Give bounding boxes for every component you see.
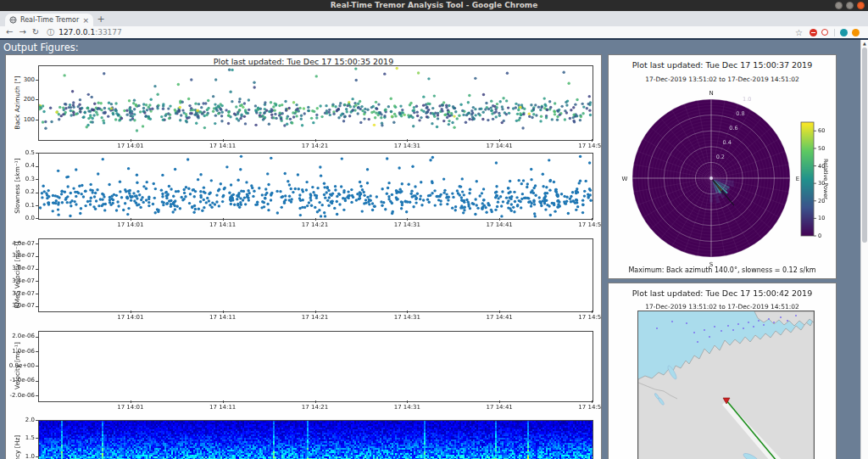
new-tab-button[interactable]: + <box>95 14 107 25</box>
spectrogram-canvas <box>38 420 593 459</box>
scrollbar-thumb[interactable] <box>862 48 867 243</box>
y-tick-label: 3.2e-07 <box>12 290 35 297</box>
x-tick-label: 17 14:41 <box>474 404 525 411</box>
map-subtitle: 17-Dec-2019 13:51:02 to 17-Dec-2019 14:5… <box>609 303 836 311</box>
y-tick-label: 3.0e-07 <box>12 302 35 309</box>
y-tick-label: 0.3 <box>25 176 35 182</box>
y-tick-label: -2.0e-06 <box>10 392 35 399</box>
map-panel: Plot last updated: Tue Dec 17 15:00:42 2… <box>608 283 837 459</box>
fk-polar-canvas <box>609 87 836 272</box>
x-tick-label: 17 14:11 <box>198 143 248 149</box>
fk-polar-panel: Plot last updated: Tue Dec 17 15:00:37 2… <box>608 54 837 279</box>
maximize-button[interactable] <box>846 2 854 9</box>
rms-velocity-subplot: RMeS Velocity [ms⁻¹] 4.0e-073.8e-073.6e-… <box>6 238 601 327</box>
scroll-up-arrow-icon[interactable]: ▲ <box>861 41 868 46</box>
url-host: 127.0.0.1 <box>58 28 95 36</box>
y-tick-label: 1.5 <box>25 434 35 441</box>
url-port: :33177 <box>95 28 122 36</box>
tab-title: Real-Time Tremor Analysi <box>20 16 81 24</box>
back-azimuth-yticks: 100200300 <box>8 65 36 139</box>
time-axis-ticks: 17 14:0117 14:1117 14:2117 14:3117 14:41… <box>6 314 601 322</box>
y-tick-label: 3.8e-07 <box>12 252 35 259</box>
map-canvas <box>637 311 815 459</box>
y-tick-label: 100 <box>24 116 35 123</box>
rms-velocity-plot-canvas <box>38 238 593 312</box>
y-tick-label: 1.0 <box>25 453 35 459</box>
x-tick-label: 17 14:11 <box>198 314 248 321</box>
spectrogram-yticks: 2.01.51.0 <box>8 420 36 459</box>
x-tick-label: 17 14:31 <box>381 143 432 149</box>
extension-icon-3[interactable] <box>840 29 848 36</box>
x-tick-label: 17 14:11 <box>198 404 248 411</box>
x-tick-label: 17 14:41 <box>474 221 525 228</box>
globe-favicon-icon <box>9 16 17 24</box>
x-tick-label: 17 14:21 <box>290 143 341 149</box>
close-button[interactable] <box>857 2 865 9</box>
x-tick-label: 17 14:31 <box>381 314 432 321</box>
time-axis-ticks: 17 14:0117 14:1117 14:2117 14:3117 14:41… <box>6 404 601 412</box>
window-titlebar[interactable]: Real-Time Tremor Analysis Tool - Google … <box>0 0 868 11</box>
x-tick-label: 17 14:31 <box>381 221 432 228</box>
velocity-subplot: Velocity [ms⁻¹] 2.0e-061.0e-060.0e+00-1.… <box>6 331 601 416</box>
page-content: Output Figures: Plot last updated: Tue D… <box>0 38 868 459</box>
y-tick-label: 0.1 <box>25 202 35 209</box>
browser-tab[interactable]: Real-Time Tremor Analysi × <box>5 14 93 26</box>
velocity-plot-canvas <box>38 331 593 402</box>
y-tick-label: 0.0e+00 <box>9 362 35 369</box>
x-tick-label: 17 14:11 <box>198 221 248 228</box>
reload-icon[interactable]: ↻ <box>32 26 39 38</box>
rms-velocity-yticks: 4.0e-073.8e-073.6e-073.4e-073.2e-073.0e-… <box>8 238 36 311</box>
x-tick-label: 17 14:01 <box>105 404 156 411</box>
y-tick-label: 2.0e-06 <box>12 333 35 339</box>
slowness-plot-canvas <box>38 153 593 220</box>
slowness-subplot: Slowness [skm⁻¹] 0.00.10.20.30.40.5 17 1… <box>6 153 601 234</box>
back-icon[interactable]: ← <box>6 26 13 38</box>
tab-close-icon[interactable]: × <box>82 16 89 25</box>
page-title: Output Figures: <box>3 42 79 53</box>
polar-subtitle: 17-Dec-2019 13:51:02 to 17-Dec-2019 14:5… <box>609 76 836 83</box>
map-title: Plot last updated: Tue Dec 17 15:00:42 2… <box>609 288 836 298</box>
address-bar[interactable]: ⓘ 127.0.0.1:33177 <box>47 27 788 37</box>
page-scrollbar[interactable]: ▲ <box>860 40 868 459</box>
x-tick-label: 17 14:51 <box>566 143 602 149</box>
browser-toolbar: ← → ↻ ⓘ 127.0.0.1:33177 ☆ <box>0 26 868 38</box>
x-tick-label: 17 14:21 <box>290 221 341 228</box>
window-controls <box>835 2 865 9</box>
x-tick-label: 17 14:41 <box>474 143 525 149</box>
timeseries-figure-panel: Plot last updated: Tue Dec 17 15:00:35 2… <box>5 54 602 459</box>
forward-icon[interactable]: → <box>19 26 25 38</box>
x-tick-label: 17 14:41 <box>474 314 525 321</box>
x-tick-label: 17 14:51 <box>566 314 602 321</box>
window-title: Real-Time Tremor Analysis Tool - Google … <box>0 0 868 11</box>
y-tick-label: 2.0 <box>25 417 35 423</box>
polar-title: Plot last updated: Tue Dec 17 15:00:37 2… <box>609 60 836 70</box>
y-tick-label: 0.2 <box>25 188 35 195</box>
x-tick-label: 17 14:21 <box>290 404 341 411</box>
extension-icon-2[interactable] <box>821 29 828 36</box>
toolbar-separator <box>834 29 835 36</box>
page-info-icon[interactable]: ⓘ <box>47 27 54 38</box>
y-tick-label: 4.0e-07 <box>12 240 35 247</box>
profile-avatar-icon[interactable] <box>852 29 860 36</box>
time-axis-ticks: 17 14:0117 14:1117 14:2117 14:3117 14:41… <box>6 221 601 230</box>
y-tick-label: 300 <box>24 76 35 83</box>
velocity-yticks: 2.0e-061.0e-060.0e+00-1.0e-06-2.0e-06 <box>8 331 36 400</box>
minimize-button[interactable] <box>835 2 843 9</box>
y-tick-label: 0.5 <box>25 149 35 156</box>
tab-strip: Real-Time Tremor Analysi × + <box>0 11 868 26</box>
y-tick-label: 3.4e-07 <box>12 277 35 284</box>
y-tick-label: 0.0 <box>25 215 35 221</box>
x-tick-label: 17 14:01 <box>105 314 156 321</box>
back-azimuth-subplot: Back Azimuth [°] 100200300 17 14:0117 14… <box>6 65 601 150</box>
x-tick-label: 17 14:31 <box>381 404 432 411</box>
y-tick-label: 0.4 <box>25 162 35 169</box>
extension-icon-adblock[interactable] <box>810 29 817 36</box>
y-tick-label: 3.6e-07 <box>12 265 35 271</box>
x-tick-label: 17 14:01 <box>105 221 156 228</box>
y-tick-label: 1.0e-06 <box>12 348 35 355</box>
x-tick-label: 17 14:51 <box>566 404 602 411</box>
spectrogram-subplot: Frequency [Hz] 2.01.51.0 <box>6 420 601 459</box>
slowness-yticks: 0.00.10.20.30.40.5 <box>8 153 36 218</box>
bookmark-star-icon[interactable]: ☆ <box>795 28 803 37</box>
back-azimuth-plot-canvas <box>38 65 593 141</box>
